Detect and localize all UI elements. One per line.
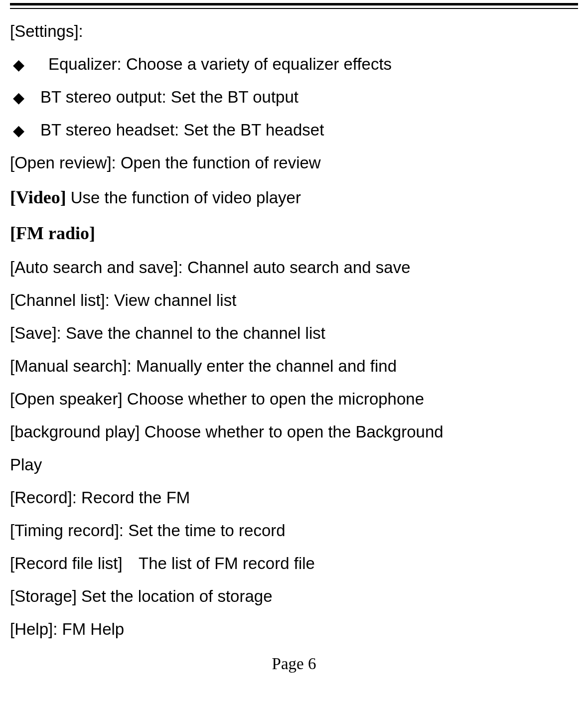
open-review-line: [Open review]: Open the function of revi… bbox=[10, 146, 578, 179]
bullet-bt-output-text: BT stereo output: Set the BT output bbox=[40, 81, 298, 114]
fm-save: [Save]: Save the channel to the channel … bbox=[10, 317, 578, 350]
fm-radio-label-bold: [FM radio] bbox=[10, 223, 95, 243]
fm-record: [Record]: Record the FM bbox=[10, 481, 578, 514]
fm-radio-heading: [FM radio] bbox=[10, 215, 578, 251]
fm-record-file-list: [Record file list] The list of FM record… bbox=[10, 547, 578, 580]
video-description: Use the function of video player bbox=[71, 188, 301, 207]
page-number: Page 6 bbox=[10, 655, 578, 678]
fm-manual-search: [Manual search]: Manually enter the chan… bbox=[10, 350, 578, 383]
video-label-bold: [Video] bbox=[10, 187, 71, 207]
bullet-equalizer-text: Equalizer: Choose a variety of equalizer… bbox=[48, 48, 392, 81]
fm-channel-list: [Channel list]: View channel list bbox=[10, 284, 578, 317]
diamond-icon: ◆ bbox=[13, 83, 24, 113]
fm-auto-search: [Auto search and save]: Channel auto sea… bbox=[10, 251, 578, 284]
fm-timing-record: [Timing record]: Set the time to record bbox=[10, 514, 578, 547]
diamond-icon: ◆ bbox=[13, 50, 24, 80]
bullet-bt-headset: ◆ BT stereo headset: Set the BT headset bbox=[10, 114, 578, 146]
document-body: [Settings]: ◆ Equalizer: Choose a variet… bbox=[10, 15, 578, 646]
fm-open-speaker: [Open speaker] Choose whether to open th… bbox=[10, 383, 578, 416]
bullet-equalizer: ◆ Equalizer: Choose a variety of equaliz… bbox=[10, 48, 578, 81]
bullet-bt-output: ◆ BT stereo output: Set the BT output bbox=[10, 81, 578, 114]
top-horizontal-rule bbox=[10, 3, 578, 9]
fm-storage: [Storage] Set the location of storage bbox=[10, 580, 578, 613]
settings-heading: [Settings]: bbox=[10, 15, 578, 48]
video-line: [Video] Use the function of video player bbox=[10, 179, 578, 215]
fm-background-play-line1: [background play] Choose whether to open… bbox=[10, 416, 578, 448]
bullet-bt-headset-text: BT stereo headset: Set the BT headset bbox=[40, 114, 324, 146]
fm-help: [Help]: FM Help bbox=[10, 613, 578, 646]
fm-background-play-line2: Play bbox=[10, 448, 578, 481]
diamond-icon: ◆ bbox=[13, 116, 24, 145]
